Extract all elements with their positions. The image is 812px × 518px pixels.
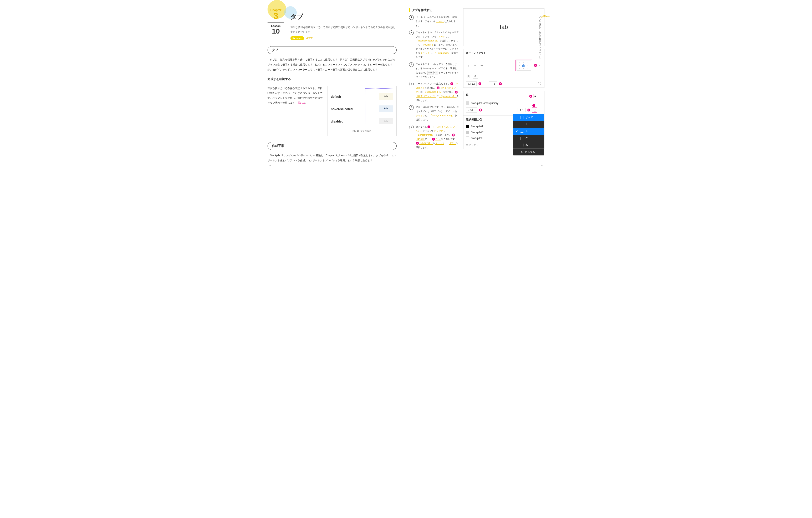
page-number-right: 167 <box>541 164 545 167</box>
step-4: 4オートレイアウトを設定します。1［中央揃え］を適用し、2［水平パディング］に「… <box>409 82 459 102</box>
style-picker-icon[interactable]: ⠿ <box>533 94 538 98</box>
color-name-1: Stockpile/T <box>471 125 483 128</box>
pad-h-icon: |□| <box>468 82 470 85</box>
highlight-text: 「tab」 <box>436 20 444 23</box>
side-chap-label: Chap. <box>543 15 550 18</box>
final-shape-text: 画面を切り分ける条件を表記するテキスト、選択状態を示す下部のバーからなるコンポー… <box>267 86 324 136</box>
check-icon: ✓ <box>516 130 518 133</box>
steps-intro: Stockpile UIファイルの「作業ページ」へ移動し、Chapter 3のL… <box>267 153 397 163</box>
highlight-text: ［下］ <box>449 142 456 144</box>
stroke-plus-icon[interactable]: ＋ <box>538 93 542 98</box>
side-chap-num: 3 <box>541 15 543 20</box>
canvas-preview: tab <box>463 8 545 46</box>
stroke-width[interactable]: ≡ 1 <box>518 108 525 112</box>
dd-item-bottom[interactable]: ✓下 <box>513 128 544 135</box>
chevron-down-icon: ˅ <box>474 109 475 111</box>
step-body: 線パネルの4「⁝⁝（スタイルとバリアブル）」アイコンをクリックし、「Border… <box>416 125 459 149</box>
step-number: 4 <box>409 82 414 86</box>
step-body: ツールバーからテキストを選択し、配置します。テキストに「tab」と入力します。 <box>416 15 459 28</box>
dd-item-right[interactable]: 右 <box>513 141 544 148</box>
step-number: 3 <box>409 62 414 67</box>
al-title: オートレイアウト <box>466 51 486 56</box>
pad-v-icon: ▯ <box>491 82 492 85</box>
callout-7: 7 <box>532 104 535 107</box>
canvas-text: tab <box>500 24 508 30</box>
gap-input[interactable]: 0 <box>473 74 478 79</box>
side-tab: Chap. 3 アプリや Web ページの部品となる「コンポーネント」 <box>538 15 550 57</box>
stroke-position[interactable]: 内側 ˅ <box>466 107 477 112</box>
lesson-label: Lesson <box>267 23 284 28</box>
color-name-3: Stockpile/E <box>471 137 484 140</box>
more-icon[interactable]: ⋯ <box>539 64 542 67</box>
wrap-icon[interactable]: ↩ <box>479 63 484 68</box>
dd-item-all[interactable]: すべて <box>513 114 544 121</box>
step-number: 2 <box>409 30 414 35</box>
dd-item-top[interactable]: 上 <box>513 121 544 128</box>
inline-callout: 2 <box>437 86 439 89</box>
right-col-heading: タブを作成する <box>409 8 459 12</box>
callout-3: 3 <box>499 82 502 85</box>
subheading-final: 完成形を確認する <box>267 77 397 81</box>
highlight-text: クリック <box>416 114 425 117</box>
step-body: オートレイアウトを設定します。1［中央揃え］を適用し、2［水平パディング］に「S… <box>416 82 459 102</box>
step-6: 6線パネルの4「⁝⁝（スタイルとバリアブル）」アイコンをクリックし、「Borde… <box>409 125 459 149</box>
keyboard-key: Shift <box>427 71 434 75</box>
inline-callout: 6 <box>432 138 435 141</box>
per-side-icon[interactable]: ▢ <box>532 108 537 112</box>
stroke-style-name: Stockpile/Border/primary <box>471 102 539 105</box>
remove-stroke-icon[interactable]: − <box>540 102 542 105</box>
step-2: 2テキストパネルの「⁝⁝（スタイルとバリアブル）」アイコンをクリックし、「Reg… <box>409 30 459 59</box>
step-1: 1ツールバーからテキストを選択し、配置します。テキストに「tab」と入力します。 <box>409 15 459 28</box>
top-border-icon <box>521 123 523 126</box>
autolayout-panel: オートレイアウト ＋ ↓ → ↩ <box>463 49 545 88</box>
variant-group-outline <box>365 88 394 126</box>
step-body: テキストにオートレイアウトを使用します。単体へのオートレイアウトの適用となるため… <box>416 62 459 79</box>
section-heading-tab: タブ <box>267 46 397 54</box>
left-border-icon <box>521 137 523 140</box>
callout-5: 5 <box>479 109 482 111</box>
right-border-icon <box>521 143 523 146</box>
stroke-weight-icon: ≡ <box>520 109 521 111</box>
step-body: 塗りと線を設定します。塗りパネルの「⁝⁝（スタイルとバリアブル）」アイコンをクリ… <box>416 105 459 122</box>
highlight-text: 「1」 <box>435 138 441 140</box>
arrow-right-icon[interactable]: → <box>473 63 477 68</box>
highlight-text: 「Text/primary」 <box>434 52 451 54</box>
highlight-text: ［内側］ <box>416 138 425 140</box>
figure-ref: 図3-19 <box>297 101 305 104</box>
dd-item-left[interactable]: 左 <box>513 135 544 141</box>
chapter-block: Chapter 3 Lesson 10 <box>267 8 284 40</box>
stroke-more-icon[interactable]: ⋯ <box>539 109 542 111</box>
inline-callout: 7 <box>416 142 419 145</box>
page-number-left: 166 <box>267 164 271 167</box>
highlight-text: クリック <box>436 35 445 38</box>
page-title: タブ <box>290 12 397 21</box>
highlight-text: ［中央揃え］ <box>420 44 434 46</box>
figure-box: default tab hover/selected tab disabled … <box>327 86 397 136</box>
section-body: タブは、並列な情報を切り分けて表示することに使用します。例えば、音楽再生アプリで… <box>267 57 397 72</box>
stroke-side-dropdown[interactable]: すべて 上 ✓下 左 右 ⚙カスタム <box>513 114 544 156</box>
highlight-text: 「Space/size-1」 <box>439 95 457 97</box>
highlight-text: クリック <box>434 129 443 132</box>
pad-v-input[interactable]: ▯ 8 <box>489 81 497 86</box>
expand-icon[interactable]: ⛶ <box>537 81 542 86</box>
highlight-text: 「Space/size-1_5」 <box>423 91 443 93</box>
pad-h-input[interactable]: |□| 12 <box>466 81 476 86</box>
color-swatch-3 <box>466 136 469 140</box>
arrow-down-icon[interactable]: ↓ <box>466 63 471 68</box>
callout-2: 2 <box>478 82 482 85</box>
highlight-text: ［垂直パディング］ <box>416 95 436 97</box>
stroke-swatch <box>466 102 469 105</box>
step-5: 5塗りと線を設定します。塗りパネルの「⁝⁝（スタイルとバリアブル）」アイコンをク… <box>409 105 459 122</box>
color-swatch-2 <box>466 131 469 134</box>
step-number: 6 <box>409 125 414 129</box>
lesson-number: 10 <box>267 28 284 34</box>
alignment-box[interactable] <box>516 60 532 71</box>
step-3: 3テキストにオートレイアウトを使用します。単体へのオートレイアウトの適用となるた… <box>409 62 459 79</box>
callout-1: 1 <box>534 64 537 67</box>
gap-icon: ]I[ <box>466 74 471 79</box>
color-name-2: Stockpile/E <box>471 131 484 134</box>
highlight-text: ［各端の線］ <box>419 142 433 144</box>
wave-rule <box>267 83 397 84</box>
term-tab: タブ <box>270 58 275 61</box>
dd-item-custom[interactable]: ⚙カスタム <box>513 148 544 156</box>
